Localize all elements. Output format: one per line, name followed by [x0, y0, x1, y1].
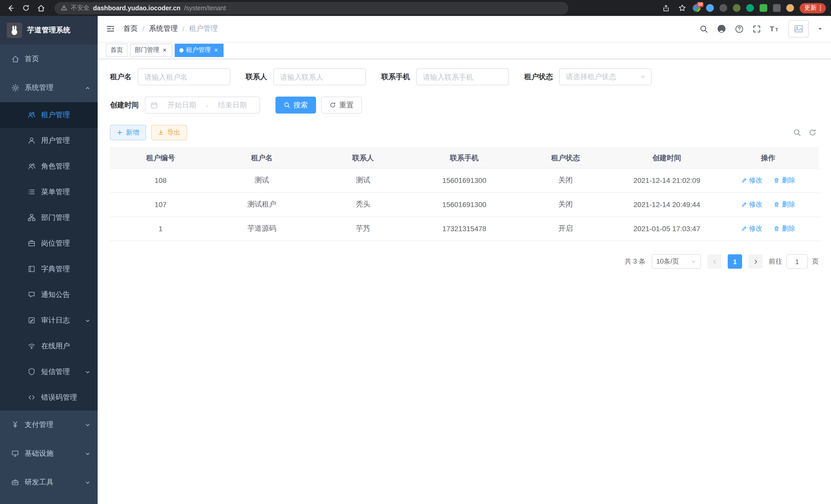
goto-label: 前往	[769, 257, 782, 266]
sidebar-item-label: 审计日志	[41, 316, 70, 325]
tag-tenant-management[interactable]: 租户管理	[175, 43, 224, 57]
sidebar-item-notice[interactable]: 通知公告	[0, 282, 98, 308]
browser-home-icon[interactable]	[36, 3, 46, 13]
status-select[interactable]: 请选择租户状态	[559, 68, 652, 85]
filter-row-1: 租户名 联系人 联系手机 租户状态 请选择租户状态	[110, 68, 819, 85]
table-row: 108 测试 测试 15601691300 关闭 2021-12-14 21:0…	[110, 168, 819, 192]
table-row: 107 测试租户 秃头 15601691300 关闭 2021-12-14 20…	[110, 192, 819, 216]
browser-reload-icon[interactable]	[21, 3, 31, 13]
search-button[interactable]: 搜索	[276, 97, 316, 114]
tag-close-icon[interactable]	[162, 47, 168, 53]
delete-link[interactable]: 删除	[774, 200, 795, 209]
sidebar-item-dict-management[interactable]: 字典管理	[0, 256, 98, 282]
sidebar-item-dept-management[interactable]: 部门管理	[0, 205, 98, 231]
tag-home[interactable]: 首页	[106, 43, 127, 57]
logo-avatar	[7, 23, 22, 38]
github-icon[interactable]	[717, 24, 726, 33]
add-button[interactable]: 新增	[110, 125, 146, 140]
date-range-picker[interactable]: 开始日期 - 结束日期	[145, 97, 260, 114]
reset-button[interactable]: 重置	[321, 97, 362, 114]
org-tree-icon	[28, 214, 36, 222]
sidebar-item-label: 用户管理	[41, 136, 70, 145]
security-warning-text[interactable]: 不安全	[71, 4, 89, 12]
sidebar-item-sms-management[interactable]: 短信管理	[0, 359, 98, 385]
bookmark-star-icon[interactable]	[677, 3, 687, 13]
phone-input[interactable]	[416, 68, 509, 85]
user-avatar[interactable]	[789, 20, 809, 37]
column-header: 联系手机	[414, 148, 515, 168]
extension-icon-6[interactable]	[760, 4, 767, 12]
sidebar-item-home[interactable]: 首页	[0, 45, 98, 73]
breadcrumb: 首页 / 系统管理 / 租户管理	[123, 24, 218, 33]
sidebar-item-user-management[interactable]: 用户管理	[0, 128, 98, 154]
cell-created: 2021-01-05 17:03:47	[616, 216, 717, 241]
sidebar-item-role-management[interactable]: 角色管理	[0, 154, 98, 179]
sidebar-item-errorcode-management[interactable]: 错误码管理	[0, 385, 98, 411]
sidebar-fold-icon[interactable]	[106, 24, 115, 33]
extension-puzzle-icon[interactable]	[773, 4, 781, 12]
active-tag-dot	[179, 48, 183, 52]
export-button[interactable]: 导出	[151, 125, 187, 140]
delete-link[interactable]: 删除	[774, 224, 795, 233]
sidebar-item-label: 系统管理	[25, 83, 53, 92]
chevron-down-icon	[85, 422, 90, 428]
browser-update-button[interactable]: 更新	[800, 3, 826, 13]
page-size-select[interactable]: 10条/页	[652, 254, 701, 269]
extension-icon-1[interactable]: 10	[693, 4, 700, 12]
trash-icon	[774, 177, 780, 183]
sidebar-item-system-management[interactable]: 系统管理	[0, 73, 98, 102]
app-frame: 芋道管理系统 首页 系统管理 租户管理	[0, 16, 831, 504]
extension-icon-3[interactable]	[719, 4, 727, 12]
share-icon[interactable]	[661, 3, 671, 13]
fullscreen-icon[interactable]	[752, 24, 761, 33]
sidebar-item-payment-management[interactable]: 支付管理	[0, 411, 98, 439]
goto-page-input[interactable]	[786, 254, 808, 269]
chevron-down-icon	[85, 369, 90, 375]
extension-icon-2[interactable]	[706, 4, 714, 12]
prev-page-button[interactable]	[707, 254, 721, 269]
sidebar-item-infrastructure[interactable]: 基础设施	[0, 439, 98, 468]
extension-icon-5[interactable]	[746, 4, 754, 12]
edit-pencil-icon	[741, 177, 747, 183]
next-page-button[interactable]	[748, 254, 763, 269]
edit-link[interactable]: 修改	[741, 200, 763, 209]
contact-input[interactable]	[274, 68, 366, 85]
delete-link[interactable]: 删除	[774, 176, 795, 185]
toggle-search-icon[interactable]	[793, 128, 801, 137]
reset-button-label: 重置	[339, 100, 353, 110]
tag-dept-management[interactable]: 部门管理	[130, 43, 172, 57]
cell-status: 开启	[515, 216, 616, 241]
column-header: 租户状态	[515, 148, 616, 168]
extension-icon-4[interactable]	[733, 4, 741, 12]
help-icon[interactable]	[735, 24, 744, 33]
browser-back-icon[interactable]	[5, 3, 16, 13]
page-number-current[interactable]: 1	[728, 254, 742, 269]
sidebar-item-menu-management[interactable]: 菜单管理	[0, 179, 98, 205]
font-size-icon[interactable]: TT	[770, 24, 780, 33]
refresh-table-icon[interactable]	[808, 128, 816, 137]
sidebar-item-tenant-management[interactable]: 租户管理	[0, 102, 98, 128]
tag-close-icon[interactable]	[213, 47, 219, 53]
sidebar-item-dev-tools[interactable]: 研发工具	[0, 468, 98, 497]
caret-down-icon[interactable]	[818, 26, 823, 31]
tenant-name-input[interactable]	[138, 68, 230, 85]
sidebar-item-online-users[interactable]: 在线用户	[0, 333, 98, 359]
main-area: 首页 / 系统管理 / 租户管理	[98, 16, 831, 504]
sidebar-item-post-management[interactable]: 岗位管理	[0, 231, 98, 256]
header-search-icon[interactable]	[699, 24, 708, 33]
sidebar-item-label: 部门管理	[41, 213, 70, 223]
pagination-total: 共 3 条	[625, 257, 646, 266]
address-bar[interactable]: 不安全 dashboard.yudao.iocoder.cn /system/t…	[55, 2, 568, 14]
app-logo[interactable]: 芋道管理系统	[0, 16, 98, 45]
column-header: 操作	[717, 148, 819, 168]
sidebar-item-audit-log[interactable]: 审计日志	[0, 308, 98, 333]
edit-link[interactable]: 修改	[741, 224, 763, 233]
edit-link[interactable]: 修改	[741, 176, 763, 185]
breadcrumb-system[interactable]: 系统管理	[149, 24, 178, 33]
filter-actions: 搜索	[276, 97, 316, 114]
sidebar-item-label: 通知公告	[41, 290, 70, 299]
breadcrumb-separator: /	[142, 25, 144, 33]
sidebar-menu: 首页 系统管理 租户管理 用户管理	[0, 45, 98, 504]
breadcrumb-home[interactable]: 首页	[123, 24, 138, 33]
profile-avatar-icon[interactable]	[786, 4, 794, 12]
